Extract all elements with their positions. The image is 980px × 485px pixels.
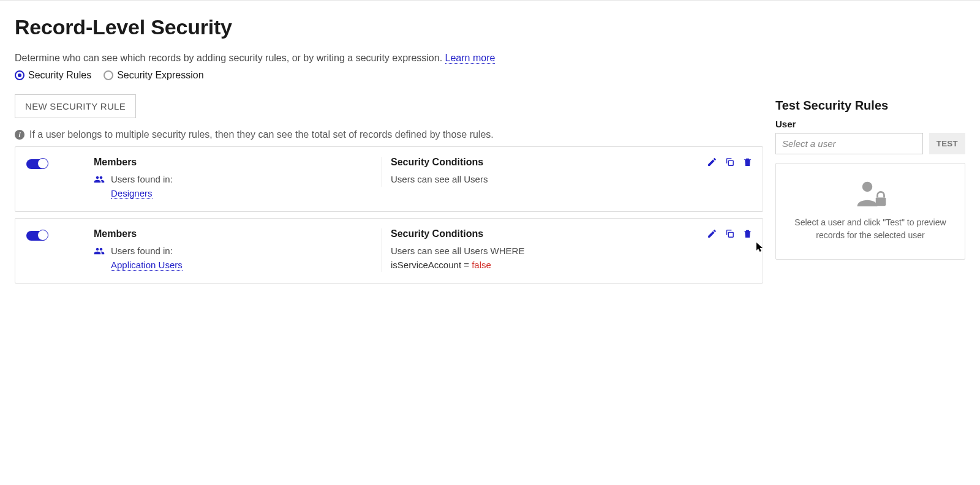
conditions-title: Security Conditions [391, 157, 690, 168]
edit-icon[interactable] [707, 228, 717, 239]
condition-text: Users can see all Users WHERE [391, 244, 690, 258]
test-results-panel: Select a user and click "Test" to previe… [775, 163, 965, 260]
radio-security-expression[interactable]: Security Expression [104, 70, 203, 81]
page-description: Determine who can see which records by a… [15, 53, 763, 64]
user-lock-icon [854, 178, 888, 209]
new-security-rule-button[interactable]: NEW SECURITY RULE [15, 94, 136, 118]
condition-expression: isServiceAccount = false [391, 258, 690, 273]
rule-enabled-toggle[interactable] [26, 231, 47, 241]
security-rule-card: Members Users found in: Application User… [15, 218, 763, 284]
info-text: If a user belongs to multiple security r… [29, 129, 494, 140]
radio-label: Security Rules [28, 70, 91, 81]
users-icon [94, 174, 105, 185]
users-found-in-label: Users found in: [111, 173, 173, 187]
condition-text: Users can see all Users [391, 173, 690, 187]
description-text: Determine who can see which records by a… [15, 53, 445, 63]
svg-rect-3 [875, 197, 886, 206]
members-title: Members [94, 228, 369, 239]
test-panel-title: Test Security Rules [775, 99, 965, 113]
rule-enabled-toggle[interactable] [26, 159, 47, 169]
delete-icon[interactable] [742, 228, 753, 239]
group-link[interactable]: Application Users [111, 260, 183, 271]
users-found-in-label: Users found in: [111, 244, 183, 258]
user-field-label: User [775, 119, 965, 129]
test-button[interactable]: TEST [929, 133, 965, 154]
page-title: Record-Level Security [15, 15, 763, 39]
radio-dot-icon [104, 70, 113, 80]
copy-icon[interactable] [725, 157, 735, 167]
info-banner: i If a user belongs to multiple security… [15, 129, 763, 140]
members-title: Members [94, 157, 369, 168]
radio-dot-icon [15, 70, 24, 80]
users-icon [94, 246, 105, 257]
edit-icon[interactable] [707, 157, 717, 167]
radio-security-rules[interactable]: Security Rules [15, 70, 91, 81]
learn-more-link[interactable]: Learn more [445, 53, 496, 64]
group-link[interactable]: Designers [111, 188, 153, 199]
svg-rect-1 [728, 232, 733, 237]
radio-label: Security Expression [117, 70, 203, 81]
svg-point-2 [862, 182, 872, 192]
test-empty-text: Select a user and click "Test" to previe… [786, 216, 955, 242]
security-rule-card: Members Users found in: Designers Securi… [15, 146, 763, 212]
svg-rect-0 [728, 160, 733, 165]
mode-radio-group: Security Rules Security Expression [15, 70, 763, 81]
user-select[interactable]: Select a user [775, 133, 923, 154]
conditions-title: Security Conditions [391, 228, 690, 239]
delete-icon[interactable] [742, 157, 753, 167]
info-icon: i [15, 130, 24, 140]
copy-icon[interactable] [725, 228, 735, 239]
